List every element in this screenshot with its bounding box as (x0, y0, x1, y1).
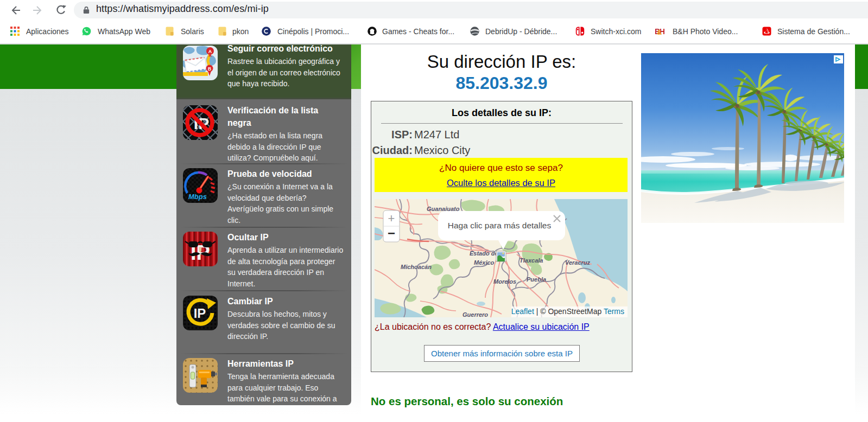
svg-text:Puebla: Puebla (527, 276, 546, 283)
svg-text:Leaflet | © OpenStreetMap Term: Leaflet | © OpenStreetMap Terms (511, 307, 624, 316)
svg-text:Haga clic para más detalles: Haga clic para más detalles (448, 221, 552, 230)
svg-text:Guerrero: Guerrero (462, 311, 488, 317)
svg-text:Michoacán: Michoacán (401, 264, 432, 270)
svg-text:A: A (208, 49, 212, 54)
svg-text:Mbps: Mbps (188, 193, 207, 201)
svg-text:&: & (657, 29, 662, 36)
svg-text:Tlaxcala: Tlaxcala (519, 257, 543, 264)
svg-text:Veracruz: Veracruz (565, 259, 591, 266)
svg-text:IP: IP (194, 306, 206, 321)
svg-text:B: B (208, 66, 211, 72)
svg-text:−: − (388, 226, 395, 240)
svg-text:Estado de: Estado de (470, 250, 498, 257)
svg-text:Morelos: Morelos (493, 278, 516, 285)
svg-text:+: + (388, 212, 395, 225)
svg-text:México: México (474, 259, 495, 266)
